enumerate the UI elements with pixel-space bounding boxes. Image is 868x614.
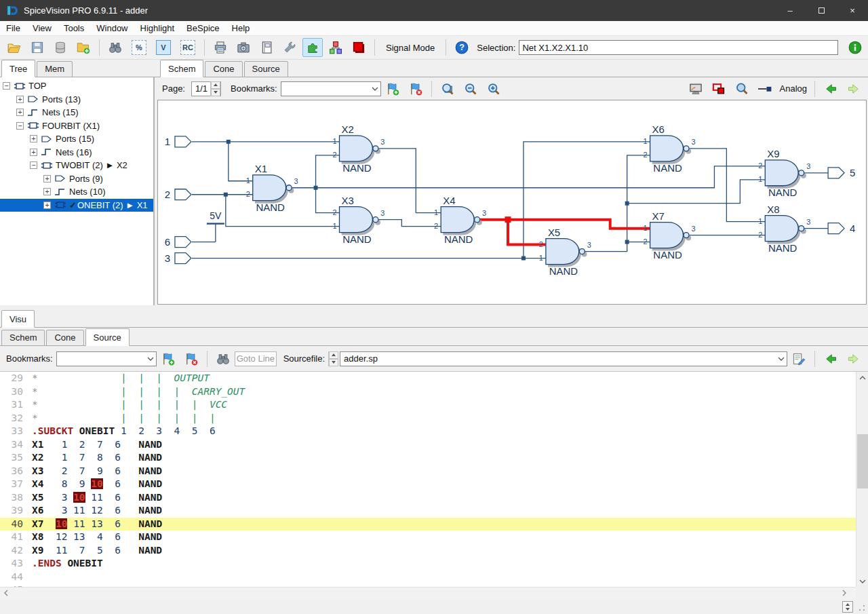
port-5[interactable]: 5 <box>828 167 855 178</box>
menu-window[interactable]: Window <box>90 22 134 35</box>
percent-button[interactable]: % <box>132 40 146 55</box>
vertical-scrollbar[interactable] <box>856 372 868 587</box>
expand-icon[interactable]: + <box>16 96 24 103</box>
scroll-up-arrow[interactable] <box>856 372 868 383</box>
tab-schemview-cone[interactable]: Cone <box>205 61 242 77</box>
signal-mode-button[interactable]: Signal Mode <box>379 40 441 56</box>
save-button[interactable] <box>27 38 47 57</box>
remove-bookmark-button[interactable] <box>181 349 201 368</box>
sourcefile-combo[interactable]: adder.sp <box>340 351 787 366</box>
source-line-44[interactable]: 44 <box>0 571 856 584</box>
source-line-39[interactable]: 39X6 3 11 12 6 NAND <box>0 504 856 518</box>
help-button[interactable]: ? <box>452 38 472 57</box>
tree-item-ports-15[interactable]: +Ports (15) <box>0 132 153 146</box>
source-line-32[interactable]: 32* | | | | | | <box>0 412 856 425</box>
nav-back-button[interactable] <box>821 349 841 368</box>
wire[interactable] <box>689 149 765 222</box>
tab-sourceview-cone[interactable]: Cone <box>46 330 83 346</box>
gate-X9[interactable]: 213X9NAND <box>758 148 810 198</box>
scroll-left-arrow[interactable] <box>4 589 8 598</box>
menu-view[interactable]: View <box>26 22 58 35</box>
expand-icon[interactable]: + <box>43 188 51 195</box>
corner-spinner[interactable] <box>842 601 853 613</box>
source-line-33[interactable]: 33.SUBCKT ONEBIT 1 2 3 4 5 6 <box>0 425 856 438</box>
info-button[interactable] <box>845 38 865 57</box>
bookmarks-combo[interactable] <box>281 81 381 96</box>
page-down-button[interactable] <box>211 89 220 96</box>
expand-icon[interactable]: + <box>43 202 51 209</box>
tree-item-nets-10[interactable]: +Nets (10) <box>0 185 153 199</box>
zoom-in-button[interactable] <box>484 79 504 98</box>
port-3[interactable]: 3 <box>165 252 191 264</box>
collapse-icon[interactable]: − <box>16 122 24 130</box>
gate-X5[interactable]: 213X5NAND <box>539 227 591 277</box>
minimize-button[interactable]: – <box>774 0 806 21</box>
remove-bookmark-button[interactable] <box>406 79 426 98</box>
tab-tree[interactable]: Tree <box>1 60 35 77</box>
highlight-style-button[interactable] <box>709 79 729 98</box>
menu-highlight[interactable]: Highlight <box>134 22 181 35</box>
add-source-button[interactable] <box>73 38 94 57</box>
open-project-button[interactable] <box>4 38 24 57</box>
expand-icon[interactable]: + <box>30 149 37 156</box>
port-6[interactable]: 6 <box>165 236 191 248</box>
print-button[interactable] <box>210 38 231 57</box>
source-line-36[interactable]: 36X3 2 7 9 6 NAND <box>0 465 856 478</box>
wire[interactable] <box>378 149 441 213</box>
goto-line-input[interactable] <box>235 351 277 366</box>
port-4[interactable]: 4 <box>828 223 855 234</box>
menu-help[interactable]: Help <box>226 22 256 35</box>
horizontal-scrollbar[interactable] <box>0 587 856 600</box>
tree-item-top[interactable]: −TOP <box>0 79 153 93</box>
report-button[interactable] <box>256 38 277 57</box>
selection-input[interactable] <box>519 40 838 55</box>
page-spinner[interactable]: 1/1 <box>191 81 221 96</box>
options-button[interactable] <box>279 38 300 57</box>
tab-sourceview-schem[interactable]: Schem <box>1 330 45 346</box>
gate-X7[interactable]: 123X7NAND <box>644 210 696 261</box>
page-up-button[interactable] <box>211 81 220 89</box>
hierarchy-button[interactable] <box>326 38 346 57</box>
maximize-button[interactable] <box>806 0 837 21</box>
sourcefile-spinner[interactable] <box>328 351 338 366</box>
wire[interactable] <box>316 166 766 188</box>
database-button[interactable] <box>50 38 71 57</box>
source-line-41[interactable]: 41X8 12 13 4 6 NAND <box>0 531 856 544</box>
tree-item-nets-15[interactable]: +Nets (15) <box>0 106 153 119</box>
rc-button[interactable]: RC <box>180 40 195 55</box>
tab-visu[interactable]: Visu <box>1 310 35 328</box>
tree-item-ports-13[interactable]: +Ports (13) <box>0 93 153 107</box>
port-1[interactable]: 1 <box>165 136 191 147</box>
gate-X1[interactable]: 123X1NAND <box>246 163 298 213</box>
close-button[interactable]: × <box>837 0 868 21</box>
source-line-40[interactable]: 40X7 10 11 13 6 NAND <box>0 518 856 531</box>
wire[interactable] <box>229 142 253 181</box>
menu-file[interactable]: File <box>0 22 26 35</box>
tab-schemview-source[interactable]: Source <box>244 61 288 77</box>
source-line-38[interactable]: 38X5 3 10 11 6 NAND <box>0 491 856 505</box>
tab-sourceview-source[interactable]: Source <box>85 328 130 346</box>
gate-X3[interactable]: 213X3NAND <box>332 195 384 245</box>
tree-item-fourbit-x1[interactable]: −FOURBIT (X1) <box>0 119 153 133</box>
source-line-43[interactable]: 43.ENDS ONEBIT <box>0 557 856 571</box>
voltage-button[interactable]: V <box>156 40 171 55</box>
menu-tools[interactable]: Tools <box>58 22 90 35</box>
wire[interactable] <box>627 180 766 204</box>
magnifier-button[interactable] <box>732 79 752 98</box>
menu-bespice[interactable]: BeSpice <box>180 22 225 35</box>
bookmarks-combo[interactable] <box>56 351 157 366</box>
tree-item-twobit-2-x2[interactable]: −TWOBIT (2) ► X2 <box>0 159 153 172</box>
display-colors-button[interactable] <box>686 79 706 98</box>
tree-item-ports-9[interactable]: +Ports (9) <box>0 172 153 186</box>
nav-forward-button[interactable] <box>844 79 864 98</box>
wire[interactable] <box>378 220 441 227</box>
scroll-down-arrow[interactable] <box>856 575 868 587</box>
add-bookmark-button[interactable] <box>158 349 178 368</box>
expand-icon[interactable]: + <box>43 175 51 183</box>
source-code-view[interactable]: 29* | | | OUTPUT30* | | | | CARRY_OUT31*… <box>0 372 856 587</box>
source-line-42[interactable]: 42X9 11 7 5 6 NAND <box>0 544 856 558</box>
expand-icon[interactable]: + <box>16 109 24 116</box>
edit-source-button[interactable] <box>789 349 809 368</box>
gate-X8[interactable]: 123X8NAND <box>758 204 810 254</box>
nav-back-button[interactable] <box>821 79 841 98</box>
